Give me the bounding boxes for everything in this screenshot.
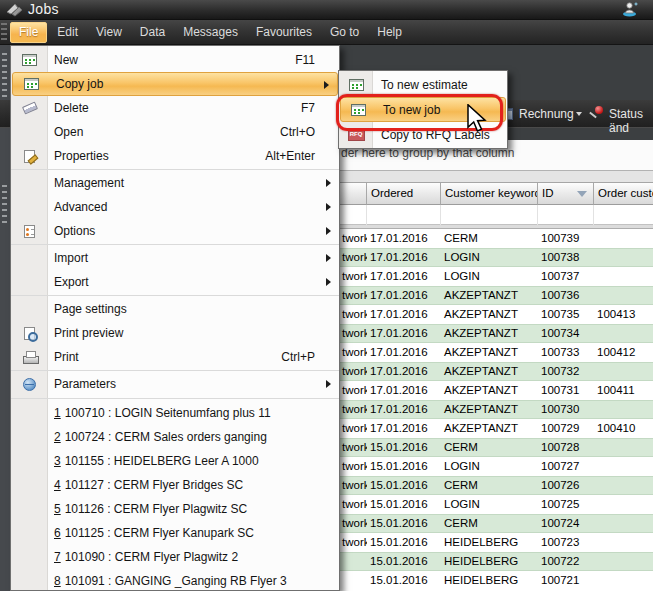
menu-item-print[interactable]: PrintCtrl+P: [11, 345, 339, 369]
cell-status: [339, 571, 367, 590]
table-row[interactable]: twork15.01.2016CERM100726: [339, 476, 653, 495]
recent-file-7[interactable]: 7101090 : CERM Flyer Plagwitz 2: [11, 545, 339, 569]
menubar-grip[interactable]: [1, 23, 7, 41]
menu-item-page-settings[interactable]: Page settings: [11, 297, 339, 321]
eraser-icon: [11, 104, 48, 112]
submenu-item-to-new-job[interactable]: To new job: [340, 97, 506, 122]
copy-job-submenu: To new estimateTo new jobRFQCopy to RFQ …: [338, 70, 508, 149]
menu-item-print-preview[interactable]: Print preview: [11, 321, 339, 345]
submenu-item-copy-to-rfq-labels[interactable]: RFQCopy to RFQ Labels: [339, 122, 507, 147]
chevron-down-icon[interactable]: [576, 112, 582, 116]
menubar-item-messages[interactable]: Messages: [175, 22, 246, 43]
filter-cell-id[interactable]: [538, 205, 594, 225]
menu-item-copy-job[interactable]: Copy job: [12, 72, 338, 96]
column-header-customer[interactable]: Customer keyword: [441, 183, 538, 205]
menu-item-options[interactable]: Options: [11, 219, 339, 243]
cell-ordered: 17.01.2016: [367, 381, 441, 400]
grid-header-row: OrderedCustomer keywordIDOrder custo: [339, 183, 653, 205]
menu-item-delete[interactable]: DeleteF7: [11, 96, 339, 120]
table-row[interactable]: twork17.01.2016CERM100739: [339, 229, 653, 248]
table-row[interactable]: twork17.01.2016LOGIN100738: [339, 248, 653, 267]
menu-item-open[interactable]: OpenCtrl+O: [11, 120, 339, 144]
filter-cell-customer[interactable]: [441, 205, 538, 225]
jobs-app-icon: [6, 3, 25, 21]
recent-file-4[interactable]: 4101127 : CERM Flyer Bridges SC: [11, 473, 339, 497]
cell-order_customer: [594, 533, 653, 552]
submenu-item-to-new-estimate[interactable]: To new estimate: [339, 72, 507, 97]
new-job-icon: [11, 54, 48, 66]
parameters-icon: [23, 378, 36, 391]
table-row[interactable]: twork17.01.2016AKZEPTANZT100733100412: [339, 343, 653, 362]
column-header-status[interactable]: [339, 183, 367, 205]
column-header-id[interactable]: ID: [538, 183, 594, 205]
column-header-ordered[interactable]: Ordered: [367, 183, 441, 205]
table-row[interactable]: twork17.01.2016AKZEPTANZT100736: [339, 286, 653, 305]
recent-file-1[interactable]: 1100710 : LOGIN Seitenumfang plus 11: [11, 401, 339, 425]
table-row[interactable]: twork15.01.2016LOGIN100727: [339, 457, 653, 476]
user-status-icon[interactable]: [621, 1, 639, 21]
cell-status: [339, 552, 367, 571]
status-pin-icon[interactable]: [589, 106, 605, 120]
cell-customer: LOGIN: [441, 248, 538, 267]
table-row[interactable]: 15.01.2016HEIDELBERG100721: [339, 571, 653, 590]
filter-cell-order_customer[interactable]: [594, 205, 653, 225]
options-icon: [11, 225, 48, 238]
file-menu-items: NewF11Copy jobDeleteF7OpenCtrl+OProperti…: [11, 48, 339, 591]
table-row[interactable]: twork17.01.2016AKZEPTANZT100730: [339, 400, 653, 419]
filter-cell-ordered[interactable]: [367, 205, 441, 225]
menubar-item-view[interactable]: View: [88, 22, 130, 43]
cell-customer: HEIDELBERG: [441, 571, 538, 590]
cell-customer: AKZEPTANZT: [441, 400, 538, 419]
cell-customer: CERM: [441, 229, 538, 248]
table-row[interactable]: twork17.01.2016AKZEPTANZT100732: [339, 362, 653, 381]
recent-file-label: 101127 : CERM Flyer Bridges SC: [65, 478, 244, 492]
recent-file-5[interactable]: 5101126 : CERM Flyer Plagwitz SC: [11, 497, 339, 521]
filter-cell-status[interactable]: [339, 205, 367, 225]
cell-customer: CERM: [441, 476, 538, 495]
status-change-button[interactable]: Status änd: [609, 107, 653, 135]
table-row[interactable]: twork15.01.2016CERM100728: [339, 438, 653, 457]
table-row[interactable]: twork17.01.2016AKZEPTANZT100729100410: [339, 419, 653, 438]
menubar-item-file[interactable]: File: [10, 22, 47, 43]
copy-job-icon: [24, 78, 39, 90]
table-row[interactable]: twork15.01.2016HEIDELBERG100723: [339, 533, 653, 552]
table-row[interactable]: twork15.01.2016CERM100724: [339, 514, 653, 533]
recent-file-number: 3: [54, 454, 61, 468]
menu-item-import[interactable]: Import: [11, 246, 339, 270]
menu-item-label: New: [54, 53, 78, 67]
menu-item-management[interactable]: Management: [11, 171, 339, 195]
copy-job-icon: [339, 79, 373, 91]
cell-order_customer: [594, 267, 653, 286]
cell-id: 100728: [538, 438, 594, 457]
menubar-item-help[interactable]: Help: [369, 22, 410, 43]
cell-id: 100725: [538, 495, 594, 514]
menubar-item-edit[interactable]: Edit: [49, 22, 86, 43]
menu-item-advanced[interactable]: Advanced: [11, 195, 339, 219]
cell-order_customer: [594, 324, 653, 343]
rechnung-button[interactable]: Rechnung: [519, 107, 574, 121]
menubar-item-favourites[interactable]: Favourites: [248, 22, 320, 43]
menubar-item-data[interactable]: Data: [132, 22, 173, 43]
table-row[interactable]: twork15.01.2016LOGIN100725: [339, 495, 653, 514]
table-row[interactable]: twork17.01.2016AKZEPTANZT100735100413: [339, 305, 653, 324]
menu-item-properties[interactable]: PropertiesAlt+Enter: [11, 144, 339, 168]
table-row[interactable]: 15.01.2016HEIDELBERG100722: [339, 552, 653, 571]
recent-file-2[interactable]: 2100724 : CERM Sales orders ganging: [11, 425, 339, 449]
menu-item-parameters[interactable]: Parameters: [11, 372, 339, 396]
menu-item-export[interactable]: Export: [11, 270, 339, 294]
recent-file-8[interactable]: 8101091 : GANGING _Ganging RB Flyer 3: [11, 569, 339, 591]
recent-file-3[interactable]: 3101155 : HEIDELBERG Leer A 1000: [11, 449, 339, 473]
table-row[interactable]: twork17.01.2016LOGIN100737: [339, 267, 653, 286]
cell-ordered: 17.01.2016: [367, 286, 441, 305]
cell-order_customer: 100410: [594, 419, 653, 438]
recent-file-6[interactable]: 6101125 : CERM Flyer Kanupark SC: [11, 521, 339, 545]
menu-item-new[interactable]: NewF11: [11, 48, 339, 72]
new-job-icon: [22, 54, 37, 66]
table-row[interactable]: twork17.01.2016AKZEPTANZT100731100411: [339, 381, 653, 400]
table-row[interactable]: twork17.01.2016AKZEPTANZT100734: [339, 324, 653, 343]
menubar-item-go-to[interactable]: Go to: [322, 22, 367, 43]
menu-item-label: Copy job: [56, 77, 103, 91]
properties-icon: [24, 150, 35, 163]
grid-filter-row: [339, 205, 653, 225]
column-header-order_customer[interactable]: Order custo: [594, 183, 653, 205]
